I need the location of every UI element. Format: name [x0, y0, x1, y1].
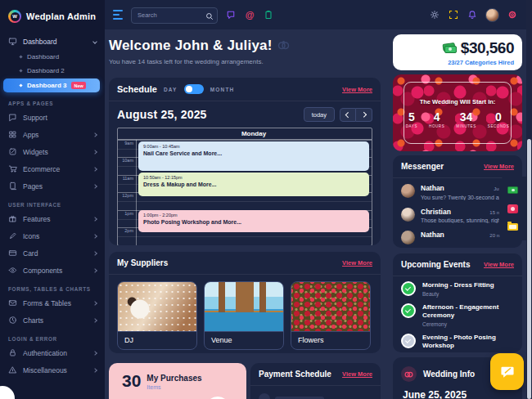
purchases-subtitle: Items	[147, 384, 201, 390]
sidebar-item-features[interactable]: Features	[0, 210, 105, 227]
sidebar-subitem-dashboard[interactable]: Dashboard	[0, 50, 105, 64]
bullet-icon	[19, 55, 22, 58]
purchases-title: My Purchases	[147, 374, 201, 383]
nav-group-heading: APPS & PAGES	[0, 93, 105, 109]
suppliers-view-more-link[interactable]: View More	[342, 259, 372, 267]
flowers-photo	[291, 282, 370, 331]
edit-square-icon	[8, 147, 17, 156]
chevron-right-icon	[92, 351, 97, 356]
sidebar-item-widgets[interactable]: Widgets	[0, 143, 105, 160]
calendar-weekday-header: Monday	[118, 128, 372, 140]
event-row-photo-workshop[interactable]: Evening - Photo Posing Workshop Photogra…	[393, 329, 522, 352]
chat-bubble-icon[interactable]	[225, 9, 237, 20]
chat-icon	[8, 113, 17, 122]
toggle-month-label: MONTH	[210, 87, 235, 92]
budget-card: $30,560 23/27 Categories Hired	[393, 34, 522, 70]
chevron-right-icon	[92, 268, 97, 273]
countdown-days: 5 DAYS	[406, 110, 417, 128]
sidebar-item-miscellaneous[interactable]: Miscellaneous	[0, 361, 105, 379]
countdown-card: The Wedding Will Start In: 5 DAYS 4 HOUR…	[393, 74, 522, 151]
chevron-right-icon	[92, 251, 97, 256]
sidebar-item-support[interactable]: Support	[0, 109, 105, 126]
calendar-prev-button[interactable]	[340, 108, 356, 122]
supplier-tile-venue[interactable]: Venue	[204, 281, 284, 350]
check-circle-icon	[401, 334, 416, 348]
calendar-event-dress-makeup[interactable]: 10:50am - 12:15pm Dress & Makup and More…	[138, 173, 369, 196]
payee-avatar	[259, 393, 270, 399]
sidebar-item-ecommerce[interactable]: Ecommerce	[0, 160, 105, 177]
event-row-engagement[interactable]: Afternoon - Engagement Ceremony Ceremony	[393, 298, 522, 329]
bullet-icon	[19, 69, 22, 72]
payment-title: Payment Schedule	[259, 370, 342, 379]
fullscreen-icon[interactable]	[448, 9, 459, 20]
search-icon[interactable]	[205, 9, 214, 24]
check-circle-icon	[401, 303, 416, 318]
payment-schedule-card: Payment Schedule View More	[250, 363, 381, 399]
sidebar: W Wedplan Admin Dashboard Dashboard Dash…	[0, 0, 105, 399]
eye-icon	[8, 266, 17, 275]
avatar	[401, 208, 415, 222]
sidebar-item-apps[interactable]: Apps	[0, 126, 105, 143]
messenger-view-more-link[interactable]: View More	[484, 163, 514, 170]
payment-view-more-link[interactable]: View More	[342, 370, 372, 378]
settings-gear-icon[interactable]	[507, 9, 518, 20]
today-button[interactable]: today	[304, 107, 335, 122]
toggle-day-label: DAY	[164, 87, 178, 92]
event-row-dress-fitting[interactable]: Morning - Dress Fitting Beauty	[393, 276, 522, 298]
gift-icon	[8, 214, 17, 223]
user-avatar[interactable]	[485, 8, 499, 22]
brand-name: Wedplan Admin	[26, 11, 96, 21]
rings-icon	[401, 366, 417, 382]
envelope-icon	[8, 298, 17, 307]
countdown-hours: 4 HOURS	[429, 110, 444, 128]
purchase-chat-button[interactable]	[490, 353, 524, 390]
theme-sun-icon[interactable]	[429, 9, 440, 20]
chevron-down-icon	[92, 39, 97, 44]
bell-icon[interactable]	[467, 9, 478, 20]
pencil-icon	[8, 231, 17, 240]
calendar-event-photo-workshop[interactable]: 1:00pm - 2:20pm Photo Posing Workshop an…	[138, 210, 369, 232]
comment-edit-icon	[500, 365, 515, 379]
sidebar-item-authentication[interactable]: Authentication	[0, 344, 105, 361]
upcoming-view-more-link[interactable]: View More	[484, 261, 514, 268]
chevron-right-icon	[92, 368, 97, 373]
calendar-next-button[interactable]	[356, 108, 372, 122]
sidebar-item-dashboard[interactable]: Dashboard	[0, 33, 105, 50]
monitor-icon	[8, 37, 17, 46]
sidebar-item-charts[interactable]: Charts	[0, 312, 105, 329]
scrollbar-thumb[interactable]	[527, 139, 531, 399]
money-icon	[443, 43, 457, 53]
time-label: 11am	[118, 176, 133, 181]
schedule-title: Schedule	[117, 84, 157, 94]
search-box	[131, 6, 218, 24]
folder-icon[interactable]	[507, 223, 518, 231]
page-title: Welcome John & Juliya!	[109, 38, 387, 54]
cash-icon[interactable]	[507, 186, 518, 194]
mention-icon[interactable]: @	[244, 9, 255, 20]
calendar-body: 9am 10am 11am 12pm 1pm 2pm 9:00am - 10:4…	[118, 140, 372, 245]
new-badge: New	[71, 82, 85, 89]
chevron-right-icon	[92, 318, 97, 323]
wedding-info-title: Wedding Info	[423, 370, 475, 379]
sidebar-item-icons[interactable]: Icons	[0, 227, 105, 244]
supplier-tile-dj[interactable]: DJ	[117, 281, 197, 350]
day-month-toggle[interactable]	[184, 84, 204, 94]
payment-row[interactable]	[250, 386, 381, 399]
schedule-view-more-link[interactable]: View More	[342, 86, 372, 93]
schedule-card: Schedule DAY MONTH View More August 25, …	[109, 78, 381, 245]
sidebar-item-forms-tables[interactable]: Forms & Tables	[0, 294, 105, 312]
brand[interactable]: W Wedplan Admin	[0, 0, 105, 31]
day-calendar: Monday 9am 10am 11am 12pm 1pm 2pm 9:00am…	[117, 128, 372, 245]
sidebar-item-card[interactable]: Card	[0, 244, 105, 262]
menu-toggle-icon[interactable]	[113, 10, 123, 20]
sidebar-subitem-dashboard-2[interactable]: Dashboard 2	[0, 64, 105, 78]
clipboard-icon[interactable]	[263, 9, 274, 20]
calendar-event-nail-care[interactable]: 9:00am - 10:45am Nail Care Service and M…	[138, 141, 369, 171]
purchases-count: 30	[122, 372, 141, 389]
sidebar-item-components[interactable]: Components	[0, 262, 105, 279]
sidebar-item-pages[interactable]: Pages	[0, 177, 105, 195]
sidebar-subitem-dashboard-3[interactable]: Dashboard 3 New	[3, 78, 100, 92]
purchases-card: 30 My Purchases Items	[109, 363, 246, 399]
image-icon[interactable]	[507, 204, 518, 213]
supplier-tile-flowers[interactable]: Flowers	[291, 281, 371, 350]
